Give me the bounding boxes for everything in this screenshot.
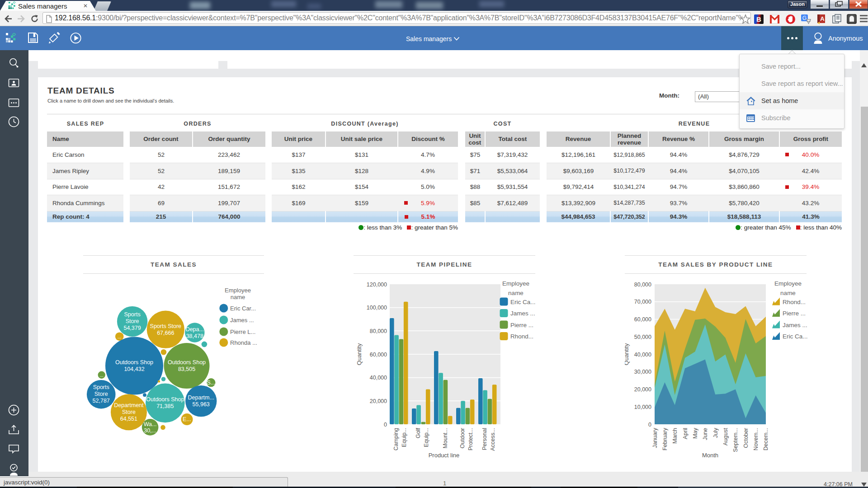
svg-text:Employee: Employee xyxy=(225,287,251,294)
svg-text:83,505: 83,505 xyxy=(178,366,195,372)
svg-text:80,000: 80,000 xyxy=(370,328,387,334)
svg-text:Outdoors Shop: Outdoors Shop xyxy=(146,396,184,403)
svg-text:54,379: 54,379 xyxy=(123,325,141,331)
svg-text:Pierre L...: Pierre L... xyxy=(230,328,255,335)
svg-text:February: February xyxy=(662,427,668,450)
svg-text:Store: Store xyxy=(122,409,136,415)
svg-text:Eric Ca...: Eric Ca... xyxy=(783,333,808,340)
svg-text:Employee: Employee xyxy=(502,280,529,287)
svg-text:Protect...: Protect... xyxy=(467,428,474,450)
svg-text:name: name xyxy=(231,294,245,300)
svg-text:January: January xyxy=(652,427,658,448)
svg-text:Camping: Camping xyxy=(393,428,399,450)
svg-text:Quantity: Quantity xyxy=(356,343,363,365)
svg-text:40,000: 40,000 xyxy=(634,352,651,358)
svg-text:120,000: 120,000 xyxy=(367,282,387,288)
svg-text:104,432: 104,432 xyxy=(124,366,144,372)
svg-text:April: April xyxy=(682,428,689,439)
svg-text:Employee: Employee xyxy=(774,280,802,287)
svg-text:name: name xyxy=(508,290,524,296)
svg-text:70,000: 70,000 xyxy=(634,299,651,305)
svg-text:50,000: 50,000 xyxy=(634,334,651,340)
svg-text:60,000: 60,000 xyxy=(634,316,651,323)
svg-text:June: June xyxy=(702,428,708,440)
svg-text:May: May xyxy=(692,427,698,438)
svg-text:40,000: 40,000 xyxy=(370,375,387,381)
svg-text:Sports Store: Sports Store xyxy=(150,323,182,329)
svg-text:Rhond...: Rhond... xyxy=(783,299,806,305)
svg-text:A: A xyxy=(820,15,825,22)
svg-text:30,...: 30,... xyxy=(144,427,156,434)
svg-text:Month: Month xyxy=(702,452,718,459)
svg-text:Depa...: Depa... xyxy=(186,326,204,333)
svg-text:...: ... xyxy=(100,373,104,378)
svg-text:...: ... xyxy=(118,334,121,339)
svg-text:Department: Department xyxy=(114,402,144,408)
svg-text:Outdoors Shop: Outdoors Shop xyxy=(115,359,153,366)
svg-text:Outdoor: Outdoor xyxy=(459,428,466,448)
svg-text:Novem...: Novem... xyxy=(753,428,759,450)
svg-text:James ...: James ... xyxy=(230,317,254,324)
svg-text:Sports: Sports xyxy=(124,311,141,318)
svg-text:Departm...: Departm... xyxy=(188,394,214,401)
svg-text:James ...: James ... xyxy=(510,310,535,317)
svg-text:20,000: 20,000 xyxy=(370,398,387,404)
svg-text:Personal: Personal xyxy=(481,428,488,450)
svg-text:Pierre ...: Pierre ... xyxy=(783,310,806,317)
svg-text:Rhond...: Rhond... xyxy=(510,333,533,340)
svg-text:Eric Car...: Eric Car... xyxy=(230,305,256,312)
svg-text:38,478: 38,478 xyxy=(186,333,203,339)
svg-text:80,000: 80,000 xyxy=(634,282,651,288)
svg-text:Mount...: Mount... xyxy=(442,428,448,448)
svg-text:55,963: 55,963 xyxy=(193,401,210,408)
svg-text:Store: Store xyxy=(126,318,139,324)
svg-text:August: August xyxy=(722,427,729,445)
svg-text:Outdoors Shop: Outdoors Shop xyxy=(168,359,206,366)
svg-text:0: 0 xyxy=(648,422,651,428)
svg-text:Decem...: Decem... xyxy=(763,428,769,450)
svg-text:Store: Store xyxy=(94,391,108,397)
svg-text:name: name xyxy=(780,290,796,296)
svg-text:10,000: 10,000 xyxy=(634,404,651,410)
svg-text:G: G xyxy=(802,15,807,21)
svg-text:Eric Ca...: Eric Ca... xyxy=(510,299,536,305)
svg-text:64,551: 64,551 xyxy=(120,416,137,422)
svg-text:E...: E... xyxy=(183,416,191,422)
svg-text:July: July xyxy=(712,427,719,438)
svg-text:0: 0 xyxy=(384,422,387,428)
svg-text:Equip...: Equip... xyxy=(423,428,429,447)
svg-text:Access...: Access... xyxy=(490,428,496,451)
svg-text:Product line: Product line xyxy=(429,452,460,459)
svg-text:Golf: Golf xyxy=(415,427,421,438)
svg-text:October: October xyxy=(743,428,749,448)
svg-text:71,385: 71,385 xyxy=(156,403,174,409)
svg-text:March: March xyxy=(672,428,678,444)
svg-text:52,787: 52,787 xyxy=(93,398,110,404)
svg-text:Septem...: Septem... xyxy=(732,428,739,452)
svg-text:20,000: 20,000 xyxy=(634,386,651,393)
svg-text:30,000: 30,000 xyxy=(634,369,651,375)
svg-text:Quantity: Quantity xyxy=(625,343,630,365)
svg-text:James ...: James ... xyxy=(783,322,807,328)
svg-text:100,000: 100,000 xyxy=(367,305,387,311)
svg-text:Rhonda ...: Rhonda ... xyxy=(230,339,257,346)
svg-text:67,666: 67,666 xyxy=(157,330,174,336)
svg-text:S...: S... xyxy=(207,380,216,386)
svg-text:Pierre ...: Pierre ... xyxy=(510,322,533,328)
svg-text:Equip...: Equip... xyxy=(401,428,407,447)
svg-text:Wa...: Wa... xyxy=(144,421,157,427)
svg-text:Sports: Sports xyxy=(93,384,109,390)
svg-text:60,000: 60,000 xyxy=(370,352,387,358)
